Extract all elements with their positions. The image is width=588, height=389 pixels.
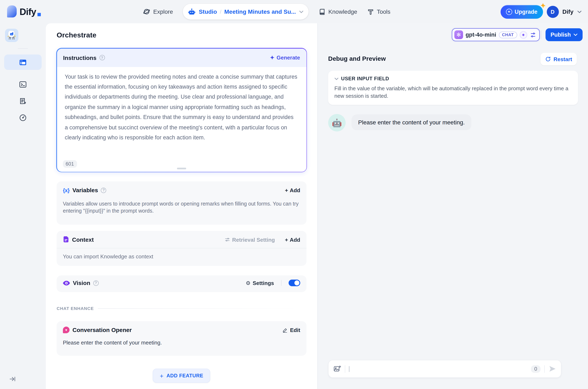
app-root: Dify Explore bbox=[0, 0, 588, 389]
explore-icon bbox=[143, 8, 150, 15]
gear-icon: ⚙ bbox=[246, 280, 251, 286]
nav-tools-label: Tools bbox=[377, 8, 390, 15]
account-name[interactable]: Dify bbox=[562, 8, 573, 15]
add-feature-button[interactable]: + ADD FEATURE bbox=[153, 369, 211, 383]
orchestrate-config-panel: Orchestrate Instructions ? ✦ Generate Yo… bbox=[46, 23, 318, 389]
dify-logo-dot bbox=[37, 13, 41, 16]
generate-button[interactable]: ✦ Generate bbox=[270, 55, 300, 61]
conversation-opener-icon: ♥ bbox=[63, 326, 70, 333]
instructions-header: Instructions ? ✦ Generate bbox=[57, 48, 306, 67]
openai-icon: ✻ bbox=[454, 30, 463, 39]
conversation-opener-panel: ♥ Conversation Opener Edit Please enter … bbox=[57, 321, 306, 356]
conversation-opener-text: Please enter the content of your meeting… bbox=[57, 339, 306, 346]
collapse-chevron-icon[interactable] bbox=[334, 77, 338, 80]
chat-message-row: 🤖 Please enter the content of your meeti… bbox=[328, 114, 471, 131]
context-divider bbox=[57, 248, 306, 248]
bot-avatar-emoji: 🤖 bbox=[332, 118, 342, 128]
bot-avatar: 🤖 bbox=[328, 114, 346, 131]
gauge-icon bbox=[19, 113, 27, 122]
left-sidebar: 👬 bbox=[0, 23, 46, 389]
nav-knowledge-label: Knowledge bbox=[328, 8, 357, 15]
breadcrumb-separator: / bbox=[220, 8, 221, 15]
dify-logo-icon bbox=[7, 5, 17, 17]
account-chevron-icon[interactable] bbox=[577, 10, 582, 13]
debug-title: Debug and Preview bbox=[328, 55, 386, 62]
conversation-opener-title: Conversation Opener bbox=[73, 326, 132, 333]
send-icon[interactable] bbox=[549, 365, 556, 373]
nav-knowledge[interactable]: Knowledge bbox=[318, 8, 357, 15]
upgrade-label: Upgrade bbox=[515, 8, 538, 15]
char-count: 0 bbox=[531, 365, 541, 373]
chevron-down-icon[interactable] bbox=[299, 10, 303, 13]
terminal-icon bbox=[19, 80, 27, 88]
vision-toggle[interactable] bbox=[289, 280, 300, 286]
edit-opener-button[interactable]: Edit bbox=[283, 327, 300, 333]
chat-input-bar: 0 bbox=[328, 360, 561, 378]
plus-icon: + bbox=[160, 372, 164, 379]
sparkle-generate-icon: ✦ bbox=[270, 55, 274, 61]
breadcrumb-app-name[interactable]: Meeting Minutes and Su... bbox=[224, 8, 296, 15]
orchestrate-window-icon bbox=[19, 58, 27, 66]
add-context-button[interactable]: + Add bbox=[285, 236, 300, 243]
add-image-icon[interactable] bbox=[333, 365, 341, 373]
log-document-icon bbox=[19, 97, 27, 105]
resize-handle[interactable] bbox=[177, 167, 186, 169]
user-input-field-title: USER INPUT FIELD bbox=[341, 76, 389, 82]
model-mode-badge: CHAT bbox=[499, 32, 517, 38]
publish-button[interactable]: Publish bbox=[546, 28, 583, 41]
retrieval-setting-button[interactable]: Retrieval Setting bbox=[224, 236, 275, 243]
sidebar-item-logs[interactable] bbox=[4, 93, 42, 109]
add-variable-button[interactable]: + Add bbox=[285, 187, 300, 193]
sparkle-icon: ✦ bbox=[541, 2, 545, 8]
sidebar-item-orchestrate[interactable] bbox=[4, 55, 42, 70]
plus-icon: + bbox=[285, 236, 288, 243]
nav-explore[interactable]: Explore bbox=[143, 8, 173, 15]
chat-enhance-label: CHAT ENHANCE bbox=[57, 306, 94, 311]
help-icon[interactable]: ? bbox=[99, 55, 105, 60]
model-params-icon[interactable] bbox=[529, 32, 536, 38]
context-description: You can import Knowledge as context bbox=[57, 253, 306, 260]
plus-icon: + bbox=[285, 187, 288, 193]
restart-button[interactable]: Restart bbox=[541, 53, 577, 65]
model-selector[interactable]: ✻ gpt-4o-mini CHAT ◆ bbox=[452, 28, 540, 41]
variables-panel: {x} Variables ? + Add Variables allow us… bbox=[57, 181, 306, 225]
variables-icon: {x} bbox=[63, 187, 70, 193]
sidebar-divider bbox=[18, 48, 28, 49]
dify-logo-text: Dify bbox=[20, 7, 36, 17]
top-header: Dify Explore bbox=[0, 0, 588, 23]
vision-eye-icon bbox=[63, 280, 70, 286]
vision-title: Vision bbox=[73, 280, 90, 286]
page-title: Orchestrate bbox=[57, 31, 96, 39]
chatbot-badge-icon bbox=[8, 31, 15, 37]
account-avatar[interactable]: D bbox=[547, 6, 559, 18]
vision-settings-button[interactable]: ⚙ Settings bbox=[246, 280, 274, 286]
variables-description: Variables allow users to introduce promp… bbox=[57, 200, 306, 215]
context-panel: Context Retrieval Setting + Add You can … bbox=[57, 231, 306, 266]
context-document-icon bbox=[63, 236, 69, 243]
chat-enhance-section: CHAT ENHANCE bbox=[57, 306, 306, 311]
variables-title: Variables bbox=[73, 187, 98, 194]
book-icon bbox=[318, 8, 326, 15]
instructions-title: Instructions bbox=[63, 54, 96, 61]
help-icon[interactable]: ? bbox=[101, 187, 106, 193]
user-input-field-card: USER INPUT FIELD Fill in the value of th… bbox=[328, 71, 578, 105]
upgrade-button[interactable]: ✦ Upgrade ✦ bbox=[501, 5, 543, 19]
nav-tools[interactable]: Tools bbox=[367, 8, 390, 15]
char-count-badge: 601 bbox=[63, 160, 77, 167]
refresh-icon bbox=[545, 56, 551, 62]
vision-panel: Vision ? ⚙ Settings bbox=[57, 275, 306, 292]
instructions-textarea[interactable]: Your task is to review the provided meet… bbox=[57, 67, 305, 143]
chat-message-input[interactable] bbox=[349, 366, 531, 372]
debug-preview-panel: ✻ gpt-4o-mini CHAT ◆ Publish Debug and P… bbox=[318, 23, 588, 389]
sidebar-item-api-access[interactable] bbox=[4, 77, 42, 92]
breadcrumb-studio[interactable]: Studio bbox=[199, 8, 217, 15]
user-input-field-description: Fill in the value of the variable, which… bbox=[334, 85, 572, 99]
sidebar-item-monitoring[interactable] bbox=[4, 110, 42, 125]
help-icon[interactable]: ? bbox=[93, 280, 99, 286]
generate-label: Generate bbox=[277, 55, 300, 61]
dify-logo[interactable]: Dify bbox=[7, 5, 41, 17]
bot-message-bubble: Please enter the content of your meeting… bbox=[351, 114, 471, 130]
gem-icon: ✦ bbox=[506, 8, 512, 15]
sidebar-expand-button[interactable] bbox=[7, 374, 17, 384]
nav-studio-pill[interactable]: Studio / Meeting Minutes and Su... bbox=[183, 4, 308, 20]
